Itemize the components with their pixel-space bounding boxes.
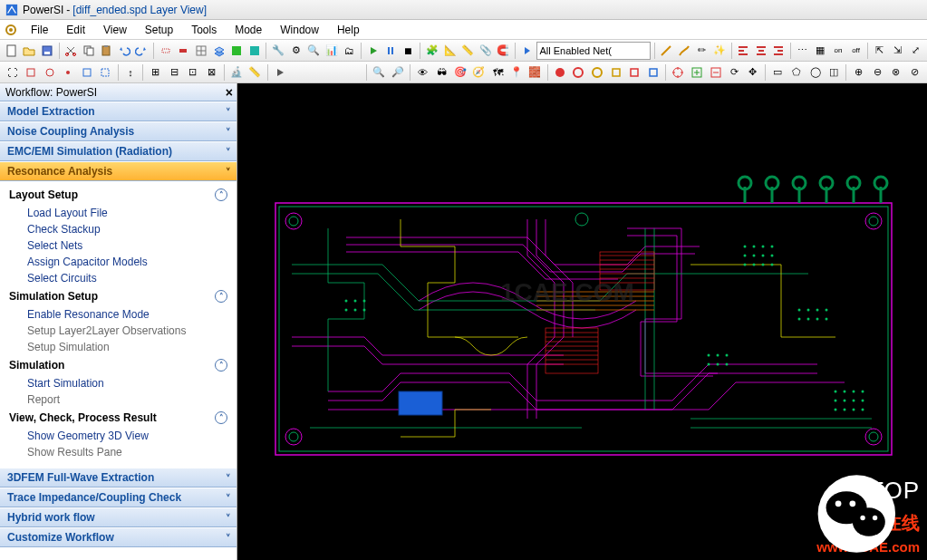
- wiz-b-icon[interactable]: 📐: [442, 42, 459, 60]
- shape-magic-icon[interactable]: ✨: [711, 42, 728, 60]
- open-icon[interactable]: [22, 42, 38, 60]
- vis-b-icon[interactable]: 🕶: [433, 63, 450, 82]
- next-icon[interactable]: [519, 42, 536, 60]
- vis-e-icon[interactable]: 🗺: [489, 63, 507, 82]
- vis-d-icon[interactable]: 🧭: [470, 63, 488, 82]
- wf-link-setup-sim[interactable]: Setup Simulation: [0, 339, 237, 355]
- layer-teal-icon[interactable]: [246, 42, 263, 60]
- undo-icon[interactable]: [116, 42, 132, 60]
- run-icon[interactable]: [365, 42, 381, 60]
- layer-rect-icon[interactable]: [158, 42, 174, 60]
- wf-header-resonance[interactable]: Resonance Analysis˅: [0, 161, 237, 181]
- layout-canvas[interactable]: 1CAE.COM EETOP 仿真在线 www.1CAE.com: [237, 83, 927, 560]
- menu-file[interactable]: File: [22, 22, 57, 38]
- wf-header-emc-emi[interactable]: EMC/EMI Simulation (Radiation)˅: [0, 141, 237, 161]
- vis-a-icon[interactable]: 👁: [414, 63, 431, 82]
- menu-mode[interactable]: Mode: [226, 22, 271, 38]
- net-selector[interactable]: [536, 42, 650, 60]
- mode-b-icon[interactable]: ⊖: [869, 63, 886, 82]
- wf-link-enable-res[interactable]: Enable Resonance Mode: [0, 306, 237, 323]
- mode-c-icon[interactable]: ⊗: [888, 63, 905, 82]
- dots-icon[interactable]: ⋯: [795, 42, 811, 60]
- tool-a-icon[interactable]: 🔧: [270, 42, 286, 60]
- wf-header-model-extraction[interactable]: Model Extraction˅: [0, 101, 237, 121]
- wf-header-hybrid[interactable]: Hybrid work flow˅: [0, 507, 237, 527]
- menu-setup[interactable]: Setup: [136, 22, 182, 38]
- menu-help[interactable]: Help: [328, 22, 369, 38]
- zoom-out-icon[interactable]: 🔎: [390, 63, 407, 82]
- layer-fill-icon[interactable]: [176, 42, 192, 60]
- wiz-d-icon[interactable]: 📎: [478, 42, 494, 60]
- view-red-icon[interactable]: [23, 63, 40, 82]
- wf-link-select-nets[interactable]: Select Nets: [0, 237, 237, 254]
- stop-icon[interactable]: [551, 63, 568, 82]
- tool-c-icon[interactable]: 🔍: [305, 42, 322, 60]
- plus-box-icon[interactable]: [689, 63, 706, 82]
- wf-link-select-circuits[interactable]: Select Circuits: [0, 270, 237, 286]
- probe-icon[interactable]: 🔬: [227, 63, 245, 82]
- shape-line-icon[interactable]: [659, 42, 675, 60]
- view-circle-icon[interactable]: [41, 63, 58, 82]
- wf-link-report[interactable]: Report: [0, 391, 237, 408]
- wf-link-layer2layer[interactable]: Setup Layer2Layer Observations: [0, 323, 237, 339]
- gear-icon[interactable]: [4, 23, 18, 37]
- meas-v-icon[interactable]: ↕: [122, 63, 140, 82]
- view-fit-icon[interactable]: ⛶: [4, 63, 21, 82]
- wf-link-load-layout[interactable]: Load Layout File: [0, 205, 237, 221]
- new-icon[interactable]: [4, 42, 20, 60]
- misc-2-icon[interactable]: ⇲: [890, 42, 906, 60]
- menu-edit[interactable]: Edit: [57, 22, 94, 38]
- wf-header-trace[interactable]: Trace Impedance/Coupling Check˅: [0, 488, 237, 507]
- redo-icon[interactable]: [134, 42, 150, 60]
- view-dot-icon[interactable]: [60, 63, 77, 82]
- view-blue-icon[interactable]: [78, 63, 95, 82]
- menu-tools[interactable]: Tools: [182, 22, 226, 38]
- square-b-icon[interactable]: [645, 63, 662, 82]
- tool-b-icon[interactable]: ⚙: [288, 42, 304, 60]
- collapse-icon[interactable]: ˄: [215, 290, 227, 303]
- square-y-icon[interactable]: [607, 63, 624, 82]
- rec-icon[interactable]: [570, 63, 587, 82]
- tool-e-icon[interactable]: 🗂: [341, 42, 357, 60]
- grid-off-icon[interactable]: off: [848, 42, 864, 60]
- misc-1-icon[interactable]: ⇱: [872, 42, 888, 60]
- play2-icon[interactable]: [272, 63, 289, 82]
- stop-2-icon[interactable]: ⏹: [401, 42, 417, 60]
- mode-a-icon[interactable]: ⊕: [850, 63, 867, 82]
- wf-header-3dfem[interactable]: 3DFEM Full-Wave Extraction˅: [0, 468, 237, 488]
- cut-icon[interactable]: [63, 42, 80, 60]
- grid-box-icon[interactable]: ▦: [813, 42, 829, 60]
- align-left-icon[interactable]: [736, 42, 752, 60]
- paste-icon[interactable]: [99, 42, 115, 60]
- snap-b-icon[interactable]: ⊟: [166, 63, 183, 82]
- snap-a-icon[interactable]: ⊞: [147, 63, 164, 82]
- layer-grid-icon[interactable]: [193, 42, 209, 60]
- collapse-icon[interactable]: ˄: [215, 359, 227, 372]
- shape-pencil-icon[interactable]: ✏: [694, 42, 710, 60]
- mode-d-icon[interactable]: ⊘: [906, 63, 923, 82]
- sel-poly-icon[interactable]: ⬠: [788, 63, 806, 82]
- wf-link-geom-3d[interactable]: Show Geometry 3D View: [0, 428, 237, 444]
- vis-g-icon[interactable]: 🧱: [526, 63, 544, 82]
- tool-d-icon[interactable]: 📊: [323, 42, 340, 60]
- circle-y-icon[interactable]: [589, 63, 606, 82]
- square-r-icon[interactable]: [626, 63, 643, 82]
- copy-icon[interactable]: [81, 42, 97, 60]
- wiz-e-icon[interactable]: 🧲: [496, 42, 512, 60]
- snap-d-icon[interactable]: ⊠: [203, 63, 220, 82]
- collapse-icon[interactable]: ˄: [215, 188, 227, 201]
- wiz-a-icon[interactable]: 🧩: [424, 42, 440, 60]
- shape-brush-icon[interactable]: [676, 42, 692, 60]
- sel-all-icon[interactable]: ◫: [826, 63, 843, 82]
- grid-on-icon[interactable]: on: [830, 42, 846, 60]
- ruler-icon[interactable]: 📏: [246, 63, 264, 82]
- sel-rect-icon[interactable]: ▭: [769, 63, 787, 82]
- layer-green-icon[interactable]: [228, 42, 245, 60]
- wf-header-noise-coupling[interactable]: Noise Coupling Analysis˅: [0, 121, 237, 141]
- menu-view[interactable]: View: [94, 22, 136, 38]
- view-dash-icon[interactable]: [97, 63, 114, 82]
- pause-icon[interactable]: [382, 42, 399, 60]
- vis-f-icon[interactable]: 📍: [507, 63, 525, 82]
- align-right-icon[interactable]: [771, 42, 787, 60]
- align-center-icon[interactable]: [753, 42, 769, 60]
